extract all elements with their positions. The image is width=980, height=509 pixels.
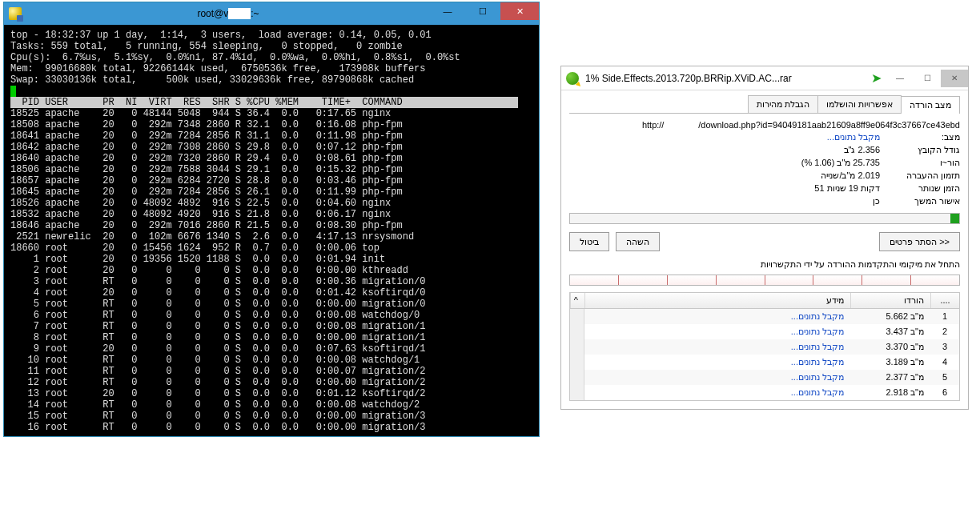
- idm-minimize-button[interactable]: —: [886, 70, 914, 87]
- url-path: /download.php?id=94049181aab21609a8ff9e0…: [698, 120, 960, 130]
- putty-title-prefix: root@v: [197, 8, 228, 19]
- filesize-label: גודל הקובץ: [880, 145, 960, 155]
- segment-bar: [569, 275, 960, 286]
- row-downloaded: הור~ו 25.735 מ"ב (1.06 %): [569, 158, 960, 168]
- pause-button[interactable]: השהה: [616, 232, 660, 251]
- status-label: מצב:: [880, 132, 960, 142]
- timeleft-value: דקות 19 שניות 51: [814, 183, 880, 194]
- table-body: 15.662 מ"במקבל נתונים...23.437 מ"במקבל נ…: [584, 309, 959, 400]
- idm-body: מצב הורדה אפשרויות והושלמו הגבלת מהירות …: [561, 90, 968, 409]
- row-status: מצב: מקבל נתונים...: [569, 132, 960, 142]
- close-button[interactable]: [500, 2, 539, 20]
- cancel-button[interactable]: ביטול: [569, 232, 609, 251]
- status-value: מקבל נתונים...: [827, 132, 880, 142]
- col-downloaded[interactable]: הורדו: [850, 293, 930, 308]
- idm-window-buttons: ➤ — ☐ ✕: [871, 70, 968, 87]
- table-row[interactable]: 23.437 מ"במקבל נתונים...: [584, 324, 959, 339]
- terminal-output[interactable]: top - 18:32:37 up 1 day, 1:14, 3 users, …: [4, 25, 539, 436]
- segment: [862, 275, 911, 285]
- cell-num: 2: [930, 325, 959, 339]
- idm-titlebar[interactable]: 1% Side.Effects.2013.720p.BRRip.XViD.AC.…: [561, 66, 968, 90]
- window-buttons: [430, 2, 539, 25]
- tab-options-completed[interactable]: אפשרויות והושלמו: [817, 95, 902, 113]
- cell-info: מקבל נתונים...: [584, 325, 850, 339]
- cell-num: 3: [930, 340, 959, 354]
- speed-label: תזמון ההעברה: [880, 170, 960, 181]
- connections-table: .... הורדו מידע ^ 15.662 מ"במקבל נתונים.…: [569, 292, 960, 401]
- idm-icon: [566, 72, 579, 85]
- speed-value: 2.019 מ"ב/שנייה: [821, 170, 880, 181]
- scrollbar[interactable]: [570, 309, 584, 400]
- segment: [619, 275, 668, 285]
- idm-button-row: << הסתר פרטים השהה ביטול: [569, 232, 960, 251]
- idm-info: http:// /download.php?id=94049181aab2160…: [569, 120, 960, 206]
- url-scheme: http://: [642, 120, 665, 130]
- cell-downloaded: 2.918 מ"ב: [850, 386, 930, 399]
- table-row[interactable]: 43.189 מ"במקבל נתונים...: [584, 355, 959, 370]
- cell-num: 5: [930, 371, 959, 384]
- putty-titlebar[interactable]: root@vxx:~: [4, 2, 539, 25]
- row-filesize: גודל הקובץ 2.356 ג"ב: [569, 145, 960, 155]
- table-row[interactable]: 15.662 מ"במקבל נתונים...: [584, 309, 959, 324]
- row-url: http:// /download.php?id=94049181aab2160…: [569, 120, 960, 130]
- segment: [717, 275, 765, 285]
- row-timeleft: הזמן שנותר דקות 19 שניות 51: [569, 183, 960, 194]
- cell-info: מקבל נתונים...: [584, 371, 850, 384]
- maximize-button[interactable]: [465, 2, 500, 20]
- idm-tabs: מצב הורדה אפשרויות והושלמו הגבלת מהירות: [569, 95, 960, 114]
- filesize-value: 2.356 ג"ב: [844, 145, 881, 155]
- segment: [570, 275, 619, 285]
- table-row[interactable]: 52.377 מ"במקבל נתונים...: [584, 370, 959, 385]
- cell-downloaded: 2.377 מ"ב: [850, 371, 930, 384]
- table-row[interactable]: 62.918 מ"במקבל נתונים...: [584, 385, 959, 400]
- idm-message: התחל את מיקומי והתקדמות ההורדה על ידי הת…: [569, 259, 960, 270]
- putty-icon: [9, 7, 22, 20]
- idm-window: 1% Side.Effects.2013.720p.BRRip.XViD.AC.…: [560, 66, 969, 410]
- idm-maximize-button[interactable]: ☐: [914, 70, 941, 87]
- progress-bar: [569, 213, 960, 224]
- segment: [668, 275, 717, 285]
- url-value: http:// /download.php?id=94049181aab2160…: [642, 120, 960, 130]
- segment: [765, 275, 814, 285]
- resume-value: כן: [873, 196, 880, 206]
- cell-info: מקבל נתונים...: [584, 340, 850, 354]
- cell-downloaded: 5.662 מ"ב: [850, 310, 930, 323]
- cell-downloaded: 3.370 מ"ב: [850, 340, 930, 354]
- row-resume: אישור המשך כן: [569, 196, 960, 206]
- minimize-button[interactable]: [430, 2, 465, 20]
- col-info[interactable]: מידע: [584, 293, 850, 308]
- cell-info: מקבל נתונים...: [584, 310, 850, 323]
- segment: [911, 275, 959, 285]
- putty-title: root@vxx:~: [26, 8, 430, 19]
- resume-label: אישור המשך: [880, 196, 960, 206]
- downloaded-label: הור~ו: [880, 158, 960, 168]
- idm-title: 1% Side.Effects.2013.720p.BRRip.XViD.AC.…: [584, 73, 871, 84]
- table-row[interactable]: 33.370 מ"במקבל נתונים...: [584, 339, 959, 355]
- slide-arrow-icon[interactable]: ➤: [871, 70, 886, 86]
- putty-title-suffix: :~: [251, 8, 259, 19]
- putty-window: root@vxx:~ top - 18:32:37 up 1 day, 1:14…: [3, 2, 540, 437]
- idm-close-button[interactable]: ✕: [941, 70, 968, 87]
- col-scroll: ^: [570, 293, 584, 308]
- row-speed: תזמון ההעברה 2.019 מ"ב/שנייה: [569, 170, 960, 181]
- cell-num: 6: [930, 386, 959, 399]
- segment: [813, 275, 862, 285]
- downloaded-value: 25.735 מ"ב (1.06 %): [801, 158, 880, 168]
- cell-num: 4: [930, 355, 959, 369]
- timeleft-label: הזמן שנותר: [880, 183, 960, 194]
- hide-details-button[interactable]: << הסתר פרטים: [879, 232, 960, 251]
- col-num[interactable]: ....: [930, 293, 959, 308]
- progress-fill: [950, 214, 959, 223]
- cell-downloaded: 3.189 מ"ב: [850, 355, 930, 369]
- tab-speed-limit[interactable]: הגבלת מהירות: [748, 95, 818, 113]
- cell-downloaded: 3.437 מ"ב: [850, 325, 930, 339]
- tab-download-status[interactable]: מצב הורדה: [901, 96, 960, 114]
- cell-info: מקבל נתונים...: [584, 386, 850, 399]
- cell-info: מקבל נתונים...: [584, 355, 850, 369]
- cell-num: 1: [930, 310, 959, 323]
- putty-title-obscured: xx: [228, 8, 251, 19]
- table-header: .... הורדו מידע ^: [570, 293, 959, 309]
